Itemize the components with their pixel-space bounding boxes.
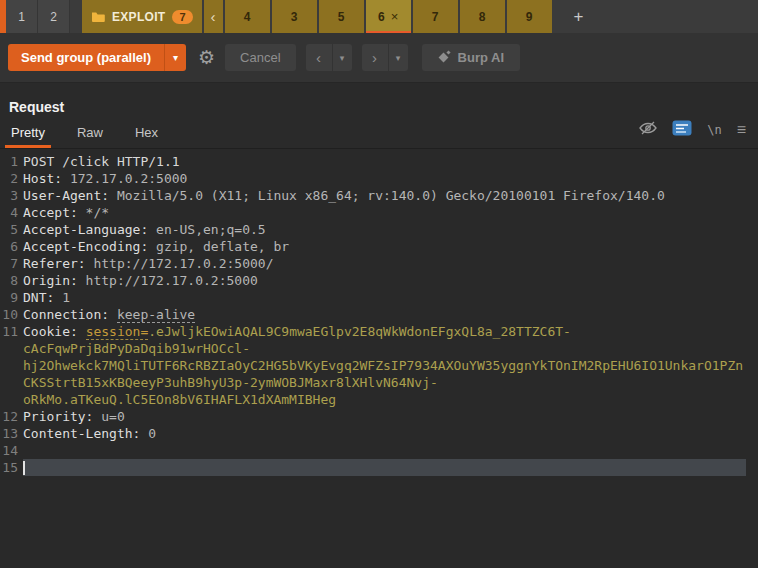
editor-line-4[interactable]: 4Accept: */*	[1, 204, 746, 221]
editor-line-14[interactable]: 14	[1, 442, 746, 459]
send-group-label[interactable]: Send group (parallel)	[8, 44, 164, 71]
sparkle-icon	[438, 52, 449, 63]
line-number: 4	[1, 204, 18, 221]
line-content[interactable]	[23, 442, 746, 459]
request-panel: Request Pretty Raw Hex \n ≡ 1POST /click…	[0, 83, 758, 568]
add-tab-button[interactable]: +	[568, 0, 590, 33]
tab-label: 9	[526, 10, 533, 24]
send-dropdown-caret[interactable]: ▾	[164, 44, 186, 71]
tab-label: 4	[244, 10, 251, 24]
editor-line-6[interactable]: 6Accept-Encoding: gzip, deflate, br	[1, 238, 746, 255]
line-number: 14	[1, 442, 18, 459]
editor-line-3[interactable]: 3User-Agent: Mozilla/5.0 (X11; Linux x86…	[1, 187, 746, 204]
text-segment: session=	[86, 324, 149, 340]
tab-7[interactable]: 7	[413, 0, 458, 33]
text-segment: http://172.17.0.2:5000	[78, 273, 258, 288]
line-content[interactable]: Connection: keep-alive	[23, 306, 746, 323]
burp-ai-button[interactable]: Burp AI	[422, 44, 520, 71]
line-content[interactable]: Accept: */*	[23, 204, 746, 221]
eye-slash-icon[interactable]	[639, 121, 657, 139]
send-group-button[interactable]: Send group (parallel) ▾	[8, 44, 186, 71]
burp-repeater-window: 1 2 EXPLOIT 7 ‹ 4 3 5 6 × 7	[0, 0, 758, 568]
text-segment: Cookie:	[23, 324, 78, 339]
tab-2[interactable]: 2	[38, 0, 70, 33]
request-editor[interactable]: 1POST /click HTTP/1.12Host: 172.17.0.2:5…	[0, 149, 758, 568]
editor-line-1[interactable]: 1POST /click HTTP/1.1	[1, 153, 746, 170]
line-content[interactable]: DNT: 1	[23, 289, 746, 306]
line-content[interactable]: Cookie: session=.eJwljkEOwiAQAL9C9mwaEGl…	[23, 323, 746, 408]
tab-raw[interactable]: Raw	[75, 117, 105, 148]
line-content[interactable]: Accept-Encoding: gzip, deflate, br	[23, 238, 746, 255]
line-content[interactable]: Referer: http://172.17.0.2:5000/	[23, 255, 746, 272]
text-segment: Accept-Language:	[23, 222, 148, 237]
editor-line-12[interactable]: 12Priority: u=0	[1, 408, 746, 425]
text-segment: User-Agent:	[23, 188, 109, 203]
cancel-button[interactable]: Cancel	[225, 44, 295, 71]
history-forward-button[interactable]: ›	[362, 44, 388, 71]
tab-pretty[interactable]: Pretty	[9, 117, 47, 148]
tab-3[interactable]: 3	[272, 0, 317, 33]
tab-1[interactable]: 1	[6, 0, 38, 33]
text-segment: DNT:	[23, 290, 54, 305]
line-number: 2	[1, 170, 18, 187]
line-number: 15	[1, 459, 18, 476]
line-number: 3	[1, 187, 18, 204]
tab-8[interactable]: 8	[460, 0, 505, 33]
group-tab-exploit[interactable]: EXPLOIT 7	[82, 0, 202, 33]
line-number: 10	[1, 306, 18, 323]
text-segment: en-US,en;q=0.5	[148, 222, 265, 237]
history-back-dropdown[interactable]: ▾	[332, 44, 352, 71]
tab-hex[interactable]: Hex	[133, 117, 160, 148]
history-back-split-button: ‹ ▾	[306, 44, 352, 71]
line-content[interactable]: Origin: http://172.17.0.2:5000	[23, 272, 746, 289]
editor-line-9[interactable]: 9DNT: 1	[1, 289, 746, 306]
text-segment: Referer:	[23, 256, 86, 271]
text-segment: Connection:	[23, 307, 109, 322]
text-segment: Priority:	[23, 409, 93, 424]
line-content[interactable]: POST /click HTTP/1.1	[23, 153, 746, 170]
show-newlines-icon[interactable]: \n	[707, 123, 721, 137]
editor-menu-icon[interactable]: ≡	[737, 122, 746, 138]
history-forward-dropdown[interactable]: ▾	[388, 44, 408, 71]
text-segment: 172.17.0.2:5000	[62, 171, 187, 186]
tab-9[interactable]: 9	[507, 0, 552, 33]
gear-icon[interactable]: ⚙	[198, 48, 215, 67]
editor-line-11[interactable]: 11Cookie: session=.eJwljkEOwiAQAL9C9mwaE…	[1, 323, 746, 408]
editor-line-2[interactable]: 2Host: 172.17.0.2:5000	[1, 170, 746, 187]
text-segment: keep-alive	[117, 307, 195, 323]
line-number: 11	[1, 323, 18, 408]
editor-line-10[interactable]: 10Connection: keep-alive	[1, 306, 746, 323]
editor-line-13[interactable]: 13Content-Length: 0	[1, 425, 746, 442]
tab-6-active[interactable]: 6 ×	[366, 0, 411, 33]
line-content[interactable]: Host: 172.17.0.2:5000	[23, 170, 746, 187]
line-number: 7	[1, 255, 18, 272]
line-number: 6	[1, 238, 18, 255]
editor-line-5[interactable]: 5Accept-Language: en-US,en;q=0.5	[1, 221, 746, 238]
editor-line-8[interactable]: 8Origin: http://172.17.0.2:5000	[1, 272, 746, 289]
text-segment: http://172.17.0.2:5000/	[86, 256, 274, 271]
tab-5[interactable]: 5	[319, 0, 364, 33]
tab-label: 7	[432, 10, 439, 24]
line-content[interactable]: Priority: u=0	[23, 408, 746, 425]
text-cursor	[23, 461, 25, 475]
editor-line-15[interactable]: 15	[1, 459, 746, 476]
text-segment: POST /click HTTP/1.1	[23, 154, 180, 169]
line-content[interactable]: Content-Length: 0	[23, 425, 746, 442]
line-content[interactable]	[23, 459, 746, 476]
tab-4[interactable]: 4	[225, 0, 270, 33]
text-segment: 1	[54, 290, 70, 305]
syntax-highlight-toggle-icon[interactable]	[672, 120, 692, 140]
history-forward-split-button: › ▾	[362, 44, 408, 71]
text-segment	[78, 324, 86, 339]
group-collapse-button[interactable]: ‹	[204, 0, 223, 33]
text-segment: u=0	[93, 409, 124, 424]
tab-label: 1	[18, 10, 25, 24]
close-tab-icon[interactable]: ×	[391, 9, 399, 24]
line-content[interactable]: User-Agent: Mozilla/5.0 (X11; Linux x86_…	[23, 187, 746, 204]
line-number: 12	[1, 408, 18, 425]
burp-ai-label: Burp AI	[458, 50, 504, 65]
editor-line-7[interactable]: 7Referer: http://172.17.0.2:5000/	[1, 255, 746, 272]
tab-label: 5	[338, 10, 345, 24]
line-content[interactable]: Accept-Language: en-US,en;q=0.5	[23, 221, 746, 238]
history-back-button[interactable]: ‹	[306, 44, 332, 71]
